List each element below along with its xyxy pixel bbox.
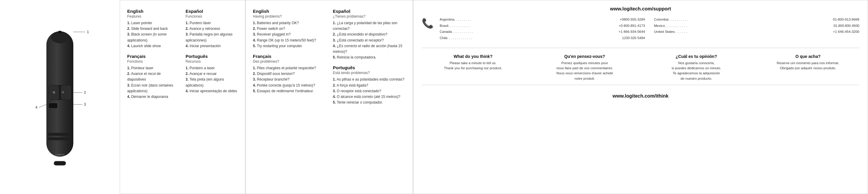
- espanol-title: Español: [186, 9, 238, 14]
- divider: [422, 48, 859, 48]
- francais-section: Français Fonctions 1. Pointeur laser 2. …: [127, 54, 180, 100]
- list-item: 1. Laser pointer: [127, 20, 180, 26]
- english-list: 1. Laser pointer 2. Slide forward and ba…: [127, 20, 180, 49]
- list-item: 3. Tela preta (em alguns aplicativos): [186, 77, 238, 88]
- divider-bottom: [422, 85, 859, 85]
- phone-row-brasil: Brasil. . . . . . . . . . . . +0 800-891…: [440, 23, 645, 29]
- portugues-title: Português: [186, 54, 238, 59]
- phone-row-colombia: Colombia . . . . . . . . . . 01-800-913-…: [654, 16, 859, 23]
- svg-text:2: 2: [84, 90, 86, 94]
- list-item: 5. Essayez de redémarrer l'ordinateur.: [253, 88, 326, 94]
- portugues-list: 1. Ponteiro a laser 2. Avançar e recuar …: [186, 65, 238, 94]
- svg-text:Logitech: Logitech: [55, 153, 65, 156]
- portugues-subtitle: Recursos: [186, 60, 238, 64]
- english-trouble-title: English: [253, 9, 326, 14]
- features-right-col: Español Funciones 1. Puntero láser 2. Av…: [186, 9, 238, 185]
- support-url-bottom: www.logitech.com/ithink: [613, 93, 669, 99]
- list-item: 1. As pilhas e as polaridades estão corr…: [333, 77, 406, 82]
- espanol-trouble-list: 1. ¿La carga y polaridad de las pilas so…: [333, 20, 406, 60]
- phone-numbers-container: Argentina. . . . . . . . . +0800-555-328…: [440, 16, 859, 41]
- francais-title: Français: [127, 54, 180, 59]
- espanol-subtitle: Funciones: [186, 14, 238, 18]
- espanol-list: 1. Puntero láser 2. Avance y retroceso 3…: [186, 20, 238, 49]
- list-item: 3. O receptor está conectado?: [333, 88, 406, 94]
- svg-text:3: 3: [84, 102, 86, 107]
- support-block-portuguese-title: O que acha?: [757, 54, 859, 59]
- svg-rect-11: [48, 137, 72, 140]
- svg-text:1: 1: [87, 30, 89, 34]
- svg-rect-10: [48, 133, 72, 136]
- list-item: 4. Range OK (up to 15 meters/50 feet)?: [253, 38, 326, 43]
- portugues-trouble-section: Português Está tendo problemas? 1. As pi…: [333, 65, 406, 105]
- phone-row-chile: Chile. . . . . . . . . . . . . 1230 020 …: [440, 35, 645, 41]
- phone-row-argentina: Argentina. . . . . . . . . +0800-555-328…: [440, 16, 645, 23]
- francais-subtitle: Fonctions: [127, 60, 180, 64]
- english-trouble-subtitle: Having problems?: [253, 14, 326, 18]
- list-item: 2. Avance y retroceso: [186, 26, 238, 32]
- support-block-french: Qu'en pensez-vous? Prenez quelques minut…: [533, 54, 636, 81]
- trouble-panel: English Having problems? 1. Batteries an…: [245, 0, 413, 194]
- svg-line-18: [39, 105, 46, 108]
- francais-list: 1. Pointeur laser 2. Avance et recul de …: [127, 65, 180, 100]
- features-panel: English Features 1. Laser pointer 2. Sli…: [120, 0, 245, 194]
- list-item: 2. ¿Está encendido el dispositivo?: [333, 32, 406, 37]
- list-item: 4. O alcance está correto (até 15 metros…: [333, 94, 406, 100]
- svg-text:<: <: [53, 90, 55, 94]
- list-item: 1. Ponteiro a laser: [186, 65, 238, 71]
- phone-col-right: Colombia . . . . . . . . . . 01-800-913-…: [654, 16, 859, 41]
- svg-text:4: 4: [35, 105, 37, 110]
- list-item: 2. Dispositif sous tension?: [253, 71, 326, 77]
- features-left-col: English Features 1. Laser pointer 2. Sli…: [127, 9, 180, 185]
- svg-rect-14: [54, 161, 66, 165]
- support-url-top: www.logitech.com/support: [610, 6, 671, 12]
- list-item: 5. Try restarting your computer.: [253, 43, 326, 49]
- list-item: 4. ¿Es correcto el radio de acción (hast…: [333, 43, 406, 54]
- list-item: 1. Pointeur laser: [127, 65, 180, 71]
- list-item: 3. Pantalla negra (en algunas aplicacion…: [186, 32, 238, 43]
- list-item: 1. Puntero láser: [186, 20, 238, 26]
- list-item: 3. Ecran noir (dans certaines applicatio…: [127, 83, 180, 94]
- support-block-english: What do you think? Please take a minute …: [422, 54, 524, 81]
- list-item: 2. Power switch on?: [253, 26, 326, 32]
- svg-text:>: >: [62, 90, 64, 94]
- english-subtitle: Features: [127, 14, 180, 18]
- support-block-english-title: What do you think?: [422, 54, 524, 59]
- list-item: 3. Récepteur branché?: [253, 77, 326, 82]
- list-item: 5. Reinicia la computadora.: [333, 54, 406, 60]
- list-item: 1. Piles chargées et polarité respectée?: [253, 65, 326, 71]
- francais-trouble-subtitle: Des problèmes?: [253, 60, 326, 64]
- support-panel: www.logitech.com/support 📞 Argentina. . …: [413, 0, 868, 194]
- phone-icon: 📞: [422, 17, 434, 29]
- francais-trouble-section: Français Des problèmes? 1. Piles chargée…: [253, 54, 326, 94]
- list-item: 1. Batteries and polarity OK?: [253, 20, 326, 26]
- trouble-left-col: English Having problems? 1. Batteries an…: [253, 9, 326, 110]
- espanol-section: Español Funciones 1. Puntero láser 2. Av…: [186, 9, 238, 49]
- list-item: 2. Slide forward and back: [127, 26, 180, 32]
- support-block-spanish-title: ¿Cuál es tu opinión?: [645, 54, 748, 59]
- trouble-right-col: Español ¿Tienes problemas? 1. ¿La carga …: [333, 9, 406, 110]
- support-block-portuguese-text: Reserve um momento para nos informar.Obr…: [757, 61, 859, 71]
- list-item: 1. ¿La carga y polaridad de las pilas so…: [333, 20, 406, 32]
- device-image: < > Logitech 1 2 3 4: [30, 20, 90, 174]
- list-item: 2. Avance et recul de diapositives: [127, 71, 180, 82]
- portugues-trouble-title: Português: [333, 65, 406, 70]
- portugues-trouble-subtitle: Está tendo problemas?: [333, 71, 406, 75]
- english-trouble-list: 1. Batteries and polarity OK? 2. Power s…: [253, 20, 326, 49]
- svg-rect-9: [49, 103, 58, 108]
- list-item: 2. Avançar e recuar: [186, 71, 238, 77]
- list-item: 3. Black screen (in some applications): [127, 32, 180, 43]
- support-blocks-row1: What do you think? Please take a minute …: [422, 54, 859, 81]
- list-item: 3. Receiver plugged in?: [253, 32, 326, 37]
- portugues-trouble-list: 1. As pilhas e as polaridades estão corr…: [333, 77, 406, 105]
- phone-row-canada: Canada . . . . . . . . . . . +1 866-934-…: [440, 29, 645, 35]
- support-block-portuguese: O que acha? Reserve um momento para nos …: [757, 54, 859, 81]
- support-block-english-text: Please take a minute to tell us.Thank yo…: [422, 61, 524, 71]
- support-block-spanish: ¿Cuál es tu opinión? Nos gustaría conoce…: [645, 54, 748, 81]
- list-item: 5. Tente reiniciar o computador.: [333, 100, 406, 105]
- english-section: English Features 1. Laser pointer 2. Sli…: [127, 9, 180, 49]
- phone-row-us: United States. . . . . . . +1 646-454-32…: [654, 29, 859, 35]
- espanol-trouble-section: Español ¿Tienes problemas? 1. ¿La carga …: [333, 9, 406, 60]
- english-trouble-section: English Having problems? 1. Batteries an…: [253, 9, 326, 49]
- support-block-spanish-text: Nos gustaría conocerla,si puedes dedicar…: [645, 61, 748, 81]
- device-panel: < > Logitech 1 2 3 4: [0, 0, 120, 194]
